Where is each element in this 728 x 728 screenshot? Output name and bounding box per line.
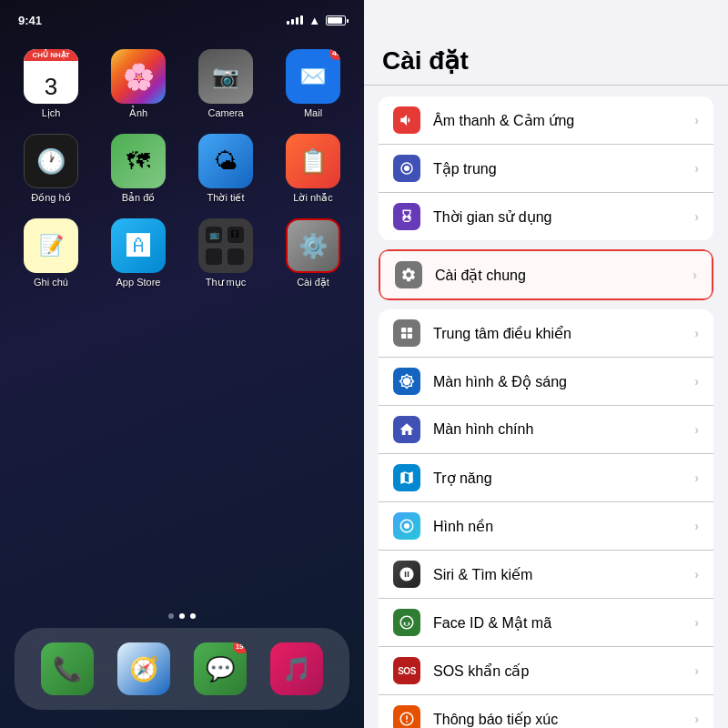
thoigian-icon: [393, 203, 420, 230]
app-thoitiet[interactable]: 🌤 Thời tiết: [193, 134, 258, 204]
settings-item-manhinhchinh[interactable]: Màn hình chính ›: [379, 406, 713, 454]
app-loinhac[interactable]: 📋 Lời nhắc: [280, 134, 346, 204]
manhinhchinh-chevron: ›: [694, 422, 699, 437]
dock-phone[interactable]: 📞: [40, 642, 95, 695]
settings-section-2: Cài đặt chung ›: [379, 249, 713, 300]
camera-label: Camera: [207, 107, 243, 118]
lich-day: 3: [45, 73, 57, 101]
manhinhdo-icon: [393, 368, 420, 395]
tronang-icon: [393, 464, 420, 491]
settings-header: Cài đặt: [364, 0, 728, 86]
manhinhchinh-icon: [393, 416, 420, 443]
settings-title: Cài đặt: [382, 46, 710, 76]
battery-icon: [326, 15, 346, 25]
lich-weekday: CHỦ NHẬT: [24, 49, 78, 61]
thongbao-label: Thông báo tiếp xúc: [433, 711, 694, 728]
settings-item-trungtam[interactable]: Trung tâm điều khiển ›: [379, 309, 713, 358]
status-bar: 9:41 ▲: [0, 0, 364, 40]
hinhnen-chevron: ›: [694, 519, 699, 533]
app-grid: CHỦ NHẬT 3 Lịch 🌸 Ảnh 📷 Camera ✉️: [0, 40, 364, 604]
sos-chevron: ›: [694, 663, 699, 678]
app-row-3: 📝 Ghi chú 🅰 App Store 📺 🎞 Thư mục: [18, 218, 346, 288]
taptrung-label: Tập trung: [433, 160, 694, 177]
hinhnen-icon: [393, 512, 420, 540]
bando-label: Bản đồ: [122, 192, 156, 204]
settings-list[interactable]: Âm thanh & Cảm ứng › Tập trung › Thời gi…: [364, 86, 728, 728]
settings-panel: Cài đặt Âm thanh & Cảm ứng › Tập trung ›: [364, 0, 728, 728]
page-dots: [0, 604, 364, 628]
status-time: 9:41: [18, 14, 42, 27]
app-camera[interactable]: 📷 Camera: [193, 49, 258, 119]
app-caidat[interactable]: ⚙️ Cài đặt: [280, 218, 346, 288]
lich-label: Lịch: [42, 107, 61, 119]
thongbao-icon: [393, 705, 420, 728]
sos-label: SOS khẩn cấp: [433, 662, 694, 680]
trungtam-icon: [393, 319, 420, 347]
settings-item-amthanh[interactable]: Âm thanh & Cảm ứng ›: [379, 96, 713, 145]
settings-item-taptrung[interactable]: Tập trung ›: [379, 145, 713, 193]
amthanh-chevron: ›: [694, 113, 699, 127]
svg-rect-1: [408, 328, 412, 332]
thoigian-chevron: ›: [694, 209, 699, 224]
dongho-label: Đồng hồ: [31, 192, 70, 204]
faceid-icon: [393, 609, 420, 636]
sos-icon: SOS: [393, 657, 420, 684]
trungtam-chevron: ›: [694, 326, 699, 340]
manhinhdo-chevron: ›: [694, 374, 699, 389]
dock-music[interactable]: 🎵: [269, 642, 324, 695]
siri-chevron: ›: [694, 567, 699, 581]
dock-safari[interactable]: 🧭: [116, 642, 171, 695]
settings-item-siri[interactable]: Siri & Tìm kiếm ›: [379, 551, 713, 599]
siri-label: Siri & Tìm kiếm: [433, 566, 694, 583]
app-mail[interactable]: ✉️ 41 Mail: [280, 49, 346, 119]
manhinhchinh-label: Màn hình chính: [433, 421, 694, 438]
trungtam-label: Trung tâm điều khiển: [433, 325, 694, 342]
faceid-chevron: ›: [694, 615, 699, 630]
appstore-label: App Store: [116, 277, 161, 288]
caidatchung-chevron: ›: [693, 268, 697, 282]
amthanh-icon: [393, 106, 420, 134]
app-bando[interactable]: 🗺 Bản đồ: [106, 134, 171, 204]
mail-label: Mail: [304, 107, 322, 118]
tronang-chevron: ›: [694, 470, 699, 485]
faceid-label: Face ID & Mật mã: [433, 614, 694, 632]
settings-item-thongbao[interactable]: Thông báo tiếp xúc ›: [379, 695, 713, 728]
settings-item-tronang[interactable]: Trợ năng ›: [379, 454, 713, 502]
app-dongho[interactable]: 🕐 Đồng hồ: [18, 134, 84, 204]
app-ghichu[interactable]: 📝 Ghi chú: [18, 218, 84, 288]
app-anh[interactable]: 🌸 Ảnh: [106, 49, 171, 119]
caidat-label: Cài đặt: [297, 277, 329, 288]
settings-item-caidatchung[interactable]: Cài đặt chung ›: [379, 249, 713, 300]
dock-messages[interactable]: 💬 194: [193, 642, 248, 695]
settings-item-thoigian[interactable]: Thời gian sử dụng ›: [379, 193, 713, 240]
settings-item-sos[interactable]: SOS SOS khẩn cấp ›: [379, 647, 713, 695]
tronang-label: Trợ năng: [433, 470, 694, 487]
thoitiet-label: Thời tiết: [207, 192, 245, 204]
settings-section-1: Âm thanh & Cảm ứng › Tập trung › Thời gi…: [379, 96, 713, 240]
messages-badge: 194: [233, 642, 247, 653]
app-appstore[interactable]: 🅰 App Store: [106, 218, 171, 288]
amthanh-label: Âm thanh & Cảm ứng: [433, 112, 694, 129]
dot-3: [190, 613, 196, 619]
thoigian-label: Thời gian sử dụng: [433, 208, 694, 226]
svg-rect-0: [401, 328, 406, 332]
caidatchung-icon: [395, 261, 422, 288]
iphone-screen: 9:41 ▲ CHỦ NHẬT 3 Lịch: [0, 0, 364, 728]
ghichu-label: Ghi chú: [34, 277, 68, 288]
dot-1: [168, 613, 174, 619]
app-row-2: 🕐 Đồng hồ 🗺 Bản đồ 🌤 Thời tiết 📋: [18, 134, 346, 204]
status-icons: ▲: [287, 14, 346, 27]
svg-point-4: [404, 523, 410, 529]
app-thumuc[interactable]: 📺 🎞 Thư mục: [193, 218, 258, 288]
thongbao-chevron: ›: [694, 712, 699, 726]
app-lich[interactable]: CHỦ NHẬT 3 Lịch: [18, 49, 84, 119]
app-row-1: CHỦ NHẬT 3 Lịch 🌸 Ảnh 📷 Camera ✉️: [18, 49, 346, 119]
settings-item-manhinhdo[interactable]: Màn hình & Độ sáng ›: [379, 358, 713, 406]
thumuc-label: Thư mục: [206, 277, 247, 288]
settings-item-faceid[interactable]: Face ID & Mật mã ›: [379, 599, 713, 647]
siri-icon: [393, 561, 420, 588]
mail-badge: 41: [329, 49, 340, 60]
caidatchung-label: Cài đặt chung: [435, 267, 693, 284]
dot-2: [179, 613, 185, 619]
settings-item-hinhnen[interactable]: Hình nền ›: [379, 502, 713, 551]
